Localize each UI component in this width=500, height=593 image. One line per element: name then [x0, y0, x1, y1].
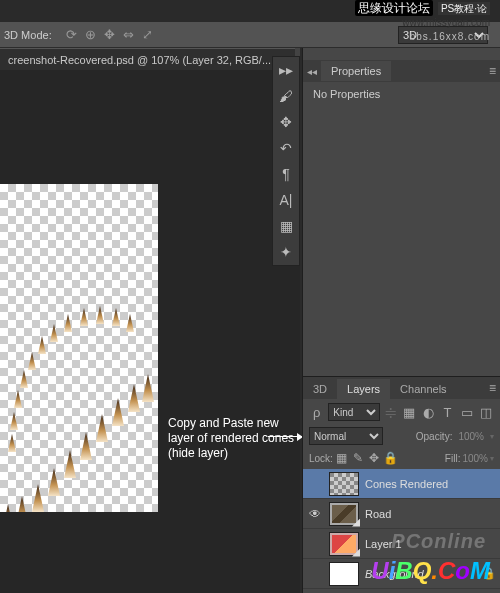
lock-all-icon[interactable]: 🔒 — [383, 451, 397, 465]
lock-label: Lock: — [309, 453, 333, 464]
filter-kind-select[interactable]: Kind — [328, 403, 380, 421]
watermark-pconline: PConline — [391, 530, 486, 553]
lock-transparency-icon[interactable]: ▦ — [335, 451, 349, 465]
properties-tab[interactable]: Properties — [321, 61, 391, 81]
overlay-bbs: bbs.16xx8.com — [355, 30, 490, 44]
blend-mode-select[interactable]: Normal — [309, 427, 383, 445]
layers-tab-row: 3D Layers Channels ≡ — [303, 377, 500, 399]
slide-icon[interactable]: ⇔ — [123, 27, 134, 42]
layer-name[interactable]: Cones Rendered — [365, 478, 496, 490]
overlay-site-url: www.missyuan.com — [355, 16, 490, 30]
watermark-uibq: UiBQ.CoM — [371, 557, 490, 585]
annotation-arrow — [268, 436, 302, 437]
artboard — [0, 184, 158, 512]
character-icon[interactable]: A| — [273, 187, 299, 213]
lock-row: Lock: ▦ ✎ ✥ 🔒 Fill: 100% ▾ — [303, 447, 500, 469]
annotation-text: Copy and Paste new layer of rendered con… — [168, 416, 298, 461]
paragraph-icon[interactable]: ¶ — [273, 161, 299, 187]
overlay-site-cn: 思缘设计论坛 — [355, 0, 433, 16]
layer-thumbnail[interactable] — [329, 532, 359, 556]
opacity-label: Opacity: — [416, 431, 453, 442]
layer-thumbnail[interactable] — [329, 562, 359, 586]
fill-label: Fill: — [445, 453, 461, 464]
clone-tool-icon[interactable]: ✥ — [273, 109, 299, 135]
filter-type-icon[interactable]: T — [440, 405, 455, 420]
overlay-watermarks: 思缘设计论坛 PS教程·论 www.missyuan.com bbs.16xx8… — [355, 0, 490, 44]
layer-row[interactable]: 👁 Road — [303, 499, 500, 529]
swatches-icon[interactable]: ▦ — [273, 213, 299, 239]
blend-row: Normal Opacity: 100% ▾ — [303, 425, 500, 447]
roll-icon[interactable]: ⊕ — [85, 27, 96, 42]
filter-shape-icon[interactable]: ▭ — [459, 405, 474, 420]
filter-kind-icon[interactable]: ρ — [309, 405, 324, 420]
layers-menu-icon[interactable]: ≡ — [489, 381, 496, 395]
overlay-tutorial-badge: PS教程·论 — [438, 2, 490, 15]
lock-image-icon[interactable]: ✎ — [351, 451, 365, 465]
opacity-value[interactable]: 100% — [458, 431, 484, 442]
tab-channels[interactable]: Channels — [390, 379, 456, 399]
properties-panel: ◂◂ Properties ≡ No Properties — [303, 60, 500, 306]
fill-dropdown-icon[interactable]: ▾ — [490, 454, 494, 463]
layer-filter-row: ρ Kind ≑ ▦ ◐ T ▭ ◫ — [303, 399, 500, 425]
tab-3d[interactable]: 3D — [303, 379, 337, 399]
lock-position-icon[interactable]: ✥ — [367, 451, 381, 465]
properties-tab-row: ◂◂ Properties ≡ — [303, 60, 500, 82]
layer-thumbnail[interactable] — [329, 502, 359, 526]
tab-layers[interactable]: Layers — [337, 379, 390, 399]
pan-icon[interactable]: ✥ — [104, 27, 115, 42]
layer-thumbnail[interactable] — [329, 472, 359, 496]
properties-menu-icon[interactable]: ≡ — [489, 64, 496, 78]
right-panel-column: ◂◂ Properties ≡ No Properties 3D Layers … — [302, 48, 500, 593]
orbit-icon[interactable]: ⟳ — [66, 27, 77, 42]
layer-name[interactable]: Road — [365, 508, 496, 520]
document-tab[interactable]: creenshot-Recovered.psd @ 107% (Layer 32… — [0, 48, 295, 70]
history-brush-icon[interactable]: ↶ — [273, 135, 299, 161]
filter-pixel-icon[interactable]: ▦ — [401, 405, 416, 420]
document-title: creenshot-Recovered.psd @ 107% (Layer 32… — [8, 54, 271, 66]
fill-value[interactable]: 100% — [462, 453, 488, 464]
properties-body: No Properties — [303, 82, 500, 106]
brush-tool-icon[interactable]: 🖌 — [273, 83, 299, 109]
canvas-area[interactable] — [0, 70, 300, 593]
layer-row[interactable]: Cones Rendered — [303, 469, 500, 499]
document-tab-row: creenshot-Recovered.psd @ 107% (Layer 32… — [0, 48, 300, 70]
collapse-panel-icon[interactable]: ◂◂ — [307, 66, 317, 77]
mode-icon-group: ⟳ ⊕ ✥ ⇔ ⤢ — [66, 27, 153, 42]
opacity-dropdown-icon[interactable]: ▾ — [490, 432, 494, 441]
filter-adjust-icon[interactable]: ◐ — [421, 405, 436, 420]
adjustments-icon[interactable]: ✦ — [273, 239, 299, 265]
mode-label: 3D Mode: — [4, 29, 52, 41]
visibility-toggle[interactable]: 👁 — [307, 507, 323, 521]
scale-icon[interactable]: ⤢ — [142, 27, 153, 42]
filter-smart-icon[interactable]: ◫ — [479, 405, 494, 420]
collapse-toolstrip-icon[interactable]: ▸▸ — [273, 57, 299, 83]
vertical-toolstrip: ▸▸ 🖌 ✥ ↶ ¶ A| ▦ ✦ — [272, 56, 300, 266]
